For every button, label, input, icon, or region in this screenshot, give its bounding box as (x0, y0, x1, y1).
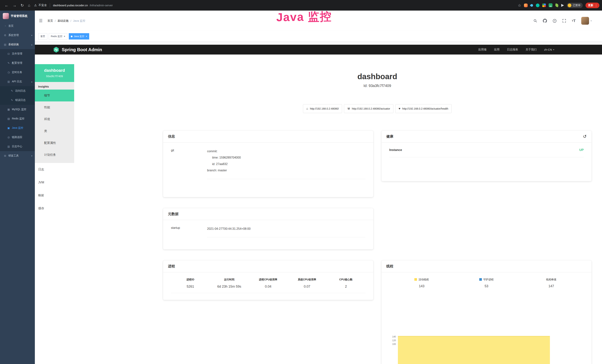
leaf-extension-icon[interactable] (555, 3, 559, 7)
gauge-icon: ◔ (3, 24, 7, 27)
back-icon[interactable]: ← (5, 3, 9, 8)
sidebar-item-scheduled-jobs[interactable]: ◷ 定时任务 (0, 68, 35, 77)
sidebar-item-file-management[interactable]: ⊡ 文件管理 (0, 49, 35, 58)
side-item-jvm[interactable]: JVM (35, 176, 74, 189)
tab-home[interactable]: 首页 (38, 33, 47, 40)
sidebar-item-dev-tools[interactable]: ⊞ 研发工具 ▾ (0, 151, 35, 161)
plane-extension-icon[interactable] (561, 4, 564, 7)
legend-live-threads: 活动线程 143 (389, 278, 454, 288)
health-url: http://192.168.0.2:48080/actuator/health (402, 107, 448, 110)
sidebar-item-tracing[interactable]: ◎ 链路追踪 (0, 133, 35, 142)
active-dot (71, 36, 73, 37)
close-icon[interactable]: × (64, 35, 65, 38)
sidebar-item-label: API 日志 (12, 80, 22, 83)
side-item-logs[interactable]: 日志 (35, 163, 74, 176)
sidebar-item-label: Java 监控 (12, 126, 23, 130)
breadcrumb-infrastructure[interactable]: 基础设施 (57, 19, 69, 23)
side-item-classes[interactable]: 类 (35, 125, 74, 137)
switch-extension-icon[interactable]: on (548, 3, 552, 7)
drop-extension-icon[interactable] (530, 3, 534, 7)
forward-icon[interactable]: → (13, 3, 17, 8)
github-icon[interactable] (543, 19, 547, 23)
y-tick: 120 (389, 339, 396, 342)
cards-grid: 信息 git commit: time: 1596289704000 id: 2… (163, 131, 591, 364)
side-item-environment[interactable]: 环境 (35, 113, 74, 125)
sidebar-item-mysql-monitor[interactable]: ▦ MySQL 监控 (0, 105, 35, 114)
close-icon[interactable]: × (86, 35, 87, 38)
health-url-link[interactable]: ♥ http://192.168.0.2:48080/actuator/heal… (395, 104, 452, 113)
side-item-caches[interactable]: 缓存 (35, 202, 74, 215)
edit-icon: ✎ (7, 62, 10, 64)
font-size-icon[interactable]: TT (572, 19, 575, 23)
history-icon[interactable]: ↺ (583, 134, 587, 139)
actuator-url-link[interactable]: ⚒ http://192.168.0.2:48080/actuator (344, 104, 393, 113)
info-card-title: 信息 (163, 131, 373, 143)
sba-frame: Spring Boot Admin 应用墙 应用 日志报表 关于我们 zh-CN… (35, 42, 602, 364)
sba-nav-journal[interactable]: 日志报表 (507, 48, 518, 51)
tab-redis-monitor[interactable]: Redis 监控 × (49, 33, 67, 40)
actuator-url: http://192.168.0.2:48080/actuator (352, 107, 390, 110)
sidebar-item-error-logs[interactable]: ✎ 错误日志 (0, 96, 35, 105)
sidebar-item-home[interactable]: ◔ 首页 (0, 21, 35, 31)
sba-navbar: Spring Boot Admin 应用墙 应用 日志报表 关于我们 zh-CN… (35, 45, 602, 54)
sidebar-item-log-center[interactable]: ▥ 日志中心 (0, 142, 35, 151)
browser-chrome: ← → ↻ ⌂ ⚠ 不安全 dashboard.yudao.iocoder.cn… (0, 0, 602, 11)
live-threads-area (398, 336, 550, 364)
git-id-line: id: 27aa832 (207, 161, 366, 167)
sba-nav-wallboard[interactable]: 应用墙 (478, 48, 486, 51)
y-tick: 140 (389, 335, 396, 339)
browser-menu-icon[interactable]: ⋮ (595, 4, 598, 7)
side-item-scheduled-tasks[interactable]: 计划任务 (35, 149, 74, 161)
sidebar-item-access-logs[interactable]: ✎ 访问日志 (0, 86, 35, 96)
update-button[interactable]: 更新 ⋮ (585, 3, 599, 8)
sba-nav-about[interactable]: 关于我们 (526, 48, 537, 51)
sidebar-item-redis-monitor[interactable]: ▧ Redis 监控 (0, 114, 35, 123)
screen: ← → ↻ ⌂ ⚠ 不安全 dashboard.yudao.iocoder.cn… (0, 0, 602, 364)
sidebar-item-infrastructure[interactable]: ▤ 基础设施 ▴ (0, 40, 35, 49)
sidebar-item-system-management[interactable]: ⚙ 系统管理 ▾ (0, 31, 35, 40)
side-item-details[interactable]: 细节 (35, 90, 74, 101)
tab-java-monitor[interactable]: Java 监控 × (69, 33, 89, 40)
url-host: dashboard.yudao.iocoder.cn (53, 4, 88, 7)
instance-url-link[interactable]: ⌂ http://192.168.0.2:48080/ (303, 104, 342, 113)
blue-swatch-icon (479, 278, 482, 281)
fox-extension-icon[interactable] (524, 3, 528, 7)
bookmark-star-icon[interactable]: ☆ (518, 3, 521, 8)
sidebar-item-config-management[interactable]: ✎ 配置管理 (0, 58, 35, 68)
sidebar-item-label: Redis 监控 (12, 117, 24, 120)
chevron-down-icon: ▾ (591, 20, 592, 22)
sidebar-item-label: 配置管理 (12, 61, 22, 65)
sba-nav-links: 应用墙 应用 日志报表 关于我们 zh-CN ▾ (478, 48, 602, 51)
side-item-mappings[interactable]: 映射 (35, 189, 74, 202)
help-icon[interactable]: ? (553, 19, 557, 23)
user-menu[interactable]: ▾ (581, 17, 592, 25)
hamburger-icon[interactable]: ☰ (39, 18, 43, 23)
sidebar-item-api-logs[interactable]: ▥ API 日志 ▴ (0, 77, 35, 86)
metadata-key: startup (171, 226, 207, 237)
breadcrumb-home[interactable]: 首页 (47, 19, 53, 23)
sba-nav-applications[interactable]: 应用 (494, 48, 499, 51)
side-item-config-properties[interactable]: 配置属性 (35, 137, 74, 149)
instance-block[interactable]: dashboard 93a3fc7f7409 (35, 64, 74, 82)
grid-extension-icon[interactable] (542, 3, 546, 7)
home-icon[interactable]: ⌂ (28, 3, 30, 8)
search-icon[interactable] (533, 19, 537, 23)
sidebar-item-label: 系统管理 (8, 33, 19, 37)
paused-badge[interactable]: 已暂停 (567, 3, 583, 8)
fullscreen-icon[interactable] (562, 19, 566, 23)
eye-icon: ◎ (7, 136, 10, 139)
chart-y-axis: 140 120 100 (389, 335, 398, 359)
toolbox-icon: ⊞ (3, 154, 7, 157)
sba-brand[interactable]: Spring Boot Admin (53, 47, 102, 53)
insights-group: Insights 细节 性能 环境 类 配置属性 计划任务 (35, 82, 74, 163)
table-icon: ▦ (7, 108, 10, 111)
sidebar-item-java-monitor[interactable]: ▣ Java 监控 (0, 123, 35, 133)
locale-select[interactable]: zh-CN ▾ (544, 48, 554, 51)
reload-icon[interactable]: ↻ (21, 3, 24, 8)
side-item-performance[interactable]: 性能 (35, 101, 74, 113)
tags-view: 首页 Redis 监控 × Java 监控 × (35, 31, 602, 42)
teal-extension-icon[interactable] (536, 3, 539, 7)
threads-card-title: 线程 (382, 260, 592, 272)
address-bar[interactable]: ⚠ 不安全 dashboard.yudao.iocoder.cn/infra/a… (34, 3, 113, 7)
app-logo-row[interactable]: 芋道管理系统 (0, 11, 35, 21)
